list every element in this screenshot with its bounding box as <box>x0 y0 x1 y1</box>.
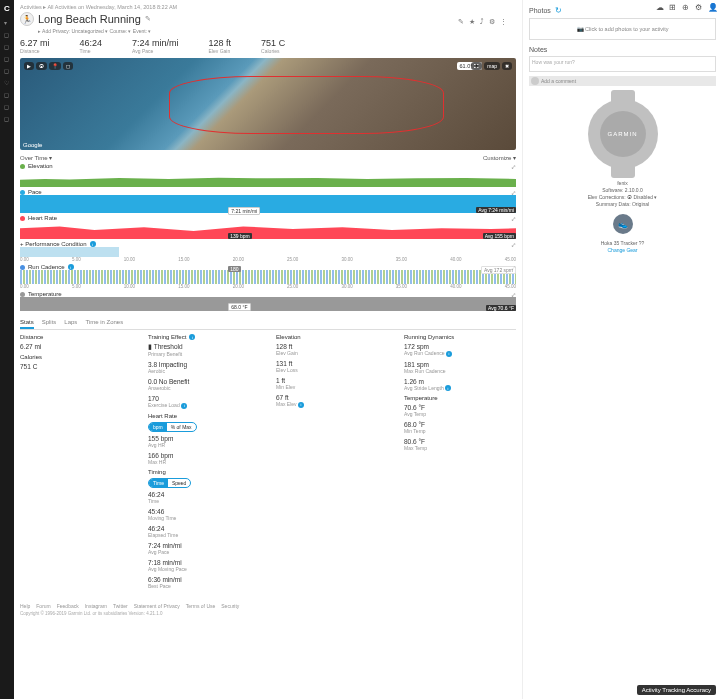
section-temperature: Temperature <box>404 395 516 401</box>
activity-type-icon: 🏃 <box>20 12 34 26</box>
activity-title: Long Beach Running <box>38 13 141 25</box>
rail-item-4[interactable]: ◻ <box>4 67 10 73</box>
metric-pace: 7:24 min/mi <box>132 38 179 48</box>
copyright: Copyright © 1996-2019 Garmin Ltd. or its… <box>20 611 516 616</box>
comment-input[interactable]: Add a comment <box>529 76 716 86</box>
elev-correction-toggle[interactable]: Elev Corrections: ⦿ Disabled ▾ <box>529 194 716 201</box>
info-icon[interactable]: i <box>445 385 451 391</box>
footer-terms[interactable]: Terms of Use <box>186 603 215 609</box>
tab-stats[interactable]: Stats <box>20 317 34 329</box>
more-icon[interactable]: ⋮ <box>500 18 507 26</box>
chart-customize-dropdown[interactable]: Customize ▾ <box>483 154 516 161</box>
chart-elevation: Elevation⤢ 1 ft <box>20 163 516 187</box>
rail-item-2[interactable]: ◻ <box>4 43 10 49</box>
rail-heart-icon[interactable]: ♡ <box>4 79 10 85</box>
breadcrumb[interactable]: Activities ▸ All Activities on Wednesday… <box>20 4 516 10</box>
info-icon[interactable]: i <box>446 351 452 357</box>
pace-dot-icon <box>20 190 25 195</box>
summary-metrics: 6.27 miDistance 46:24Time 7:24 min/miAvg… <box>20 38 516 54</box>
map-fullscreen-icon[interactable]: ⛶ <box>471 62 482 70</box>
gear-icon: 👟 <box>613 214 633 234</box>
info-icon[interactable]: i <box>189 334 195 340</box>
map-layer-icon[interactable]: ◻ <box>63 62 73 70</box>
gear-name: Hoka 35 Tracker ?? <box>529 240 716 247</box>
chart-cadence: Run Cadence i⤢ 180Avg 172 spm 0.005.0010… <box>20 264 516 289</box>
notifications-icon[interactable]: ⚙ <box>695 3 703 11</box>
chart-mode-dropdown[interactable]: Over Time ▾ <box>20 154 52 161</box>
footer-feedback[interactable]: Feedback <box>57 603 79 609</box>
main-content: Activities ▸ All Activities on Wednesday… <box>14 0 522 699</box>
topbar-icons: ☁ ⊞ ⊕ ⚙ 👤 <box>656 3 716 11</box>
expand-icon[interactable]: ⤢ <box>511 241 516 248</box>
chart-performance: + Performance Condition i⤢ 0.005.0010.00… <box>20 241 516 262</box>
tab-splits[interactable]: Splits <box>42 317 57 329</box>
temp-dot-icon <box>20 292 25 297</box>
map-attribution: Google <box>23 142 42 148</box>
add-photos-box[interactable]: 📷 Click to add photos to your activity <box>529 18 716 40</box>
section-te: Training Effecti <box>148 334 260 340</box>
rail-item-7[interactable]: ◻ <box>4 115 10 121</box>
info-icon[interactable]: i <box>90 241 96 247</box>
avatar-icon <box>531 77 539 85</box>
info-icon[interactable]: i <box>181 403 187 409</box>
right-sidebar: Photos ↻ 📷 Click to add photos to your a… <box>522 0 722 699</box>
left-rail: C ▾ ◻ ◻ ◻ ◻ ♡ ◻ ◻ ◻ <box>0 0 14 699</box>
expand-icon[interactable]: ⤢ <box>511 291 516 298</box>
footer-instagram[interactable]: Instagram <box>85 603 107 609</box>
app-logo[interactable]: C <box>4 4 10 13</box>
settings-icon[interactable]: ⚙ <box>489 18 495 26</box>
hr-unit-toggle[interactable]: bpm% of Max <box>148 422 197 432</box>
footer-twitter[interactable]: Twitter <box>113 603 128 609</box>
section-hr: Heart Rate <box>148 413 260 419</box>
route-map[interactable]: ▶ ⦿ 📍 ◻ 61.0° ☀ ⛶ map ✖ Google <box>20 58 516 150</box>
map-marker-icon[interactable]: ⦿ <box>36 62 47 70</box>
rail-item-5[interactable]: ◻ <box>4 91 10 97</box>
stats-panel: Distance 6.27 mi Calories 751 C Training… <box>20 334 516 593</box>
edit-icon[interactable]: ✎ <box>458 18 464 26</box>
chart-temperature: Temperature⤢ 68.0 °FAvg 70.6 °F <box>20 291 516 311</box>
metric-cal: 751 C <box>261 38 285 48</box>
tab-laps[interactable]: Laps <box>64 317 77 329</box>
metric-time: 46:24 <box>80 38 103 48</box>
footer-help[interactable]: Help <box>20 603 30 609</box>
rail-dropdown-icon[interactable]: ▾ <box>4 19 10 25</box>
chart-heartrate: Heart Rate⤢ 139 bpmAvg 155 bpm <box>20 215 516 239</box>
expand-icon[interactable]: ⤢ <box>511 163 516 170</box>
timing-unit-toggle[interactable]: TimeSpeed <box>148 478 191 488</box>
activity-tools: ✎ ★ ⤴ ⚙ ⋮ <box>458 18 507 26</box>
profile-icon[interactable]: 👤 <box>708 3 716 11</box>
footer-privacy[interactable]: Statement of Privacy <box>134 603 180 609</box>
map-close-icon[interactable]: ✖ <box>502 62 512 70</box>
edit-title-icon[interactable]: ✎ <box>145 15 151 23</box>
expand-icon[interactable]: ⤢ <box>511 215 516 222</box>
info-icon[interactable]: i <box>298 402 304 408</box>
map-pin-icon[interactable]: 📍 <box>49 62 61 70</box>
section-distance: Distance <box>20 334 132 340</box>
rail-item-6[interactable]: ◻ <box>4 103 10 109</box>
metric-elev: 128 ft <box>209 38 232 48</box>
map-type-toggle[interactable]: map <box>484 62 500 70</box>
device-details: fenix Software: 2.10.0.0 Elev Correction… <box>529 180 716 208</box>
device-image: GARMIN <box>583 94 663 174</box>
share-icon[interactable]: ⤴ <box>480 18 484 26</box>
footer-forum[interactable]: Forum <box>36 603 50 609</box>
add-icon[interactable]: ⊕ <box>682 3 690 11</box>
stats-tabs: Stats Splits Laps Time in Zones <box>20 317 516 330</box>
cloud-icon[interactable]: ☁ <box>656 3 664 11</box>
hr-dot-icon <box>20 216 25 221</box>
section-elevation: Elevation <box>276 334 388 340</box>
notes-input[interactable]: How was your run? <box>529 56 716 72</box>
devices-icon[interactable]: ⊞ <box>669 3 677 11</box>
footer-links: Help Forum Feedback Instagram Twitter St… <box>20 603 516 609</box>
activity-meta[interactable]: ▸ Add Privacy: Uncategorized ▾ Course: ▾… <box>38 28 516 34</box>
footer-security[interactable]: Security <box>221 603 239 609</box>
change-gear-link[interactable]: Change Gear <box>529 247 716 253</box>
rail-item-1[interactable]: ◻ <box>4 31 10 37</box>
map-play-icon[interactable]: ▶ <box>24 62 34 70</box>
favorite-icon[interactable]: ★ <box>469 18 475 26</box>
rail-item-3[interactable]: ◻ <box>4 55 10 61</box>
tracking-accuracy-button[interactable]: Activity Tracking Accuracy <box>637 685 716 695</box>
section-calories: Calories <box>20 354 132 360</box>
tab-zones[interactable]: Time in Zones <box>85 317 123 329</box>
section-timing: Timing <box>148 469 260 475</box>
